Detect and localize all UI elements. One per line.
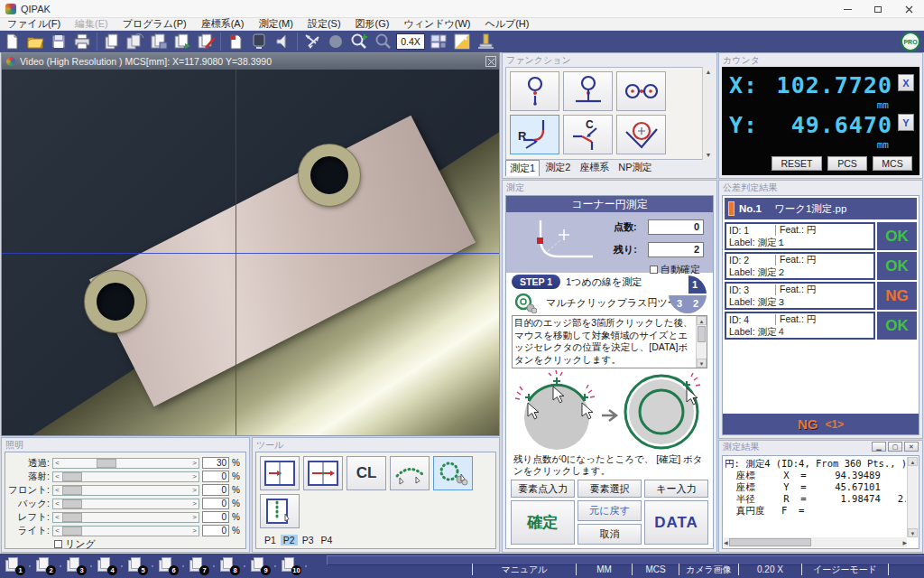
menu-measure[interactable]: 測定(M) [251,17,300,31]
window-layout-button[interactable] [427,32,450,51]
zoom-in-button[interactable] [347,32,371,51]
slider-left-arrow[interactable]: < [53,486,61,495]
slider-right-arrow[interactable]: > [190,513,199,522]
front-slider[interactable]: <> [52,485,199,496]
element-select-button[interactable]: 要素選択 [578,480,642,498]
results-minimize-button[interactable]: ▁ [872,442,886,452]
slider-left-arrow[interactable]: < [53,513,61,522]
ring-checkbox[interactable] [54,540,62,548]
slider-value-input[interactable]: 0 [202,498,229,509]
video-close-button[interactable] [485,56,496,67]
mcs-button[interactable]: MCS [873,156,912,171]
results-close-button[interactable]: ✕ [904,442,919,452]
speaker-button[interactable] [271,32,294,51]
slider-left-arrow[interactable]: < [53,499,61,508]
program-slot-9[interactable]: 9 [249,556,271,575]
slider-left-arrow[interactable]: < [53,527,61,536]
camera-live-view[interactable] [2,70,499,435]
chamfer-measure-button[interactable]: C [563,115,613,154]
tolerance-header[interactable]: No.1 ワーク1測定.pp [725,198,917,219]
program-slot-8[interactable]: 8 [218,556,240,575]
circle-circle-distance-button[interactable] [616,71,666,111]
scroll-thumb[interactable] [698,326,706,342]
arc-multiclick-tool-button[interactable] [390,456,430,490]
open-file-button[interactable] [23,32,47,51]
monitor-button[interactable] [247,32,271,51]
slider-thumb[interactable] [62,513,82,522]
instruction-scrollbar[interactable]: ▲▼ [696,316,707,368]
menu-file[interactable]: ファイル(F) [0,17,68,31]
circle-in-vee-button[interactable] [616,115,666,154]
tool-page-p2[interactable]: P2 [281,535,298,545]
slider-thumb[interactable] [97,459,116,468]
tolerance-row-2[interactable]: ID: 2Feat.: 円 Label: 測定２ OK [725,252,917,280]
circle-button[interactable] [324,32,347,51]
edge-tool-button-1[interactable] [260,456,300,490]
key-input-button[interactable]: キー入力 [644,480,708,498]
program-slot-4[interactable]: 4 [96,556,117,575]
video-titlebar[interactable]: Video (High Resolution ) MCS[mm]: X=117.… [2,53,499,70]
corner-radius-measure-button[interactable]: R [510,115,559,154]
pcs-button[interactable]: PCS [827,156,867,171]
slider-right-arrow[interactable]: > [190,499,199,508]
slider-left-arrow[interactable]: < [53,459,61,468]
program-pages-button[interactable] [100,32,124,51]
maximize-button[interactable] [863,0,893,18]
menu-figure[interactable]: 図形(G) [348,17,397,31]
slider-value-input[interactable]: 0 [202,511,229,523]
tolerance-row-4[interactable]: ID: 4Feat.: 円 Label: 測定４ OK [725,312,917,340]
y-axis-button[interactable]: Y [898,114,914,131]
circle-line-distance-button[interactable] [563,71,613,111]
slider-right-arrow[interactable]: > [190,472,199,481]
slider-right-arrow[interactable]: > [190,459,199,468]
scroll-down-icon[interactable]: ▼ [908,528,918,537]
tool-page-p4[interactable]: P4 [319,535,336,545]
menu-program[interactable]: プログラム(P) [116,17,194,31]
confirm-button[interactable]: 確定 [511,500,575,545]
results-maximize-button[interactable]: ▢ [888,442,902,452]
zoom-value-input[interactable]: 0.4X [396,33,425,50]
minimize-button[interactable] [832,0,863,18]
program-slot-2[interactable]: 2 [34,556,56,575]
results-vscrollbar[interactable]: ▲▼ [907,457,918,537]
slider-value-input[interactable]: 0 [202,484,229,496]
scroll-thumb[interactable] [729,538,811,546]
scroll-up-icon[interactable]: ▲ [697,316,707,325]
x-axis-button[interactable]: X [898,74,914,91]
program-slot-5[interactable]: 5 [126,556,148,575]
slider-left-arrow[interactable]: < [53,472,61,481]
circle-multiclick-tool-button[interactable] [433,456,473,490]
element-point-input-button[interactable]: 要素点入力 [511,480,575,498]
scroll-down-icon[interactable]: ▼ [697,359,707,368]
line-multiclick-tool-button[interactable] [260,494,300,528]
slider-thumb[interactable] [62,499,82,508]
tab-np-measure[interactable]: NP測定 [614,160,655,176]
scroll-left-icon[interactable]: ◀ [724,539,728,545]
zoom-out-button[interactable] [371,32,394,51]
rakusha-slider[interactable]: <> [52,471,199,482]
right-slider[interactable]: <> [52,526,199,536]
scroll-down-icon[interactable]: ▼ [706,152,712,158]
camera-image-button[interactable] [450,32,474,51]
program-slot-10[interactable]: 10 [280,556,301,575]
circle-point-distance-button[interactable] [510,71,559,111]
program-slot-1[interactable]: 1 [4,556,25,575]
left-slider[interactable]: <> [52,512,199,523]
scroll-up-icon[interactable]: ▲ [706,69,712,75]
cl-tool-button[interactable]: CL [346,456,386,490]
new-part-button[interactable] [224,32,247,51]
slider-thumb[interactable] [62,472,82,481]
menu-coordinate[interactable]: 座標系(A) [194,17,252,31]
lighting-button[interactable] [474,32,497,51]
tab-coordinate[interactable]: 座標系 [576,160,613,176]
program-slot-3[interactable]: 3 [65,556,87,575]
tolerance-row-1[interactable]: ID: 1Feat.: 円 Label: 測定１ OK [725,222,917,250]
slider-thumb[interactable] [62,527,82,536]
program-slot-6[interactable]: 6 [157,556,179,575]
tab-measure1[interactable]: 測定1 [505,160,540,176]
scroll-right-icon[interactable]: ▶ [902,539,907,545]
save-program-button[interactable] [147,32,171,51]
close-button[interactable] [893,0,924,18]
edge-tool-button-2[interactable] [303,456,343,490]
copy-program-button[interactable] [124,32,147,51]
